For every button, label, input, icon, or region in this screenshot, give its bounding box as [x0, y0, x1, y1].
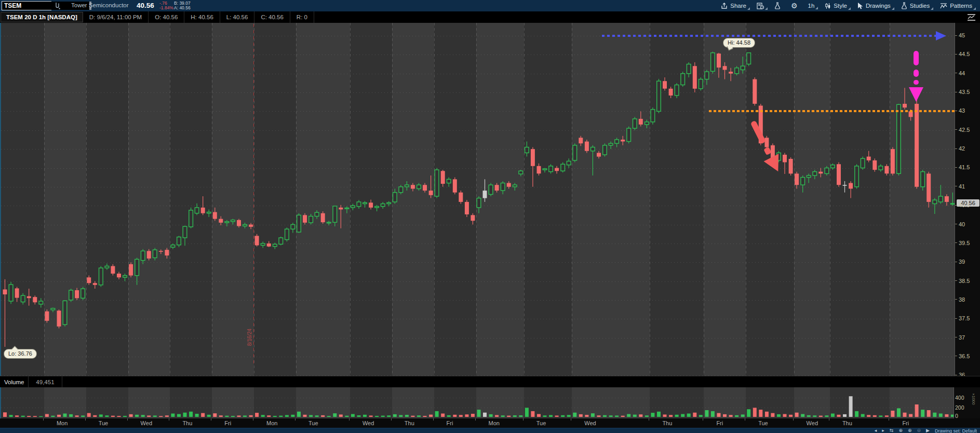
candle-plot[interactable]	[1, 23, 955, 376]
volume-bar	[111, 416, 115, 417]
price-axis-label: 42.5	[955, 127, 980, 133]
nav-left-icon[interactable]: ◂	[875, 428, 877, 433]
time-axis[interactable]: MonTueWedThuFriMonTueWedThuFriMonTueWedT…	[0, 418, 980, 428]
candles-layer	[1, 23, 955, 376]
resistance-line-45[interactable]	[602, 35, 937, 37]
volume-pane[interactable]	[0, 387, 954, 418]
day-stripe	[212, 387, 254, 418]
candle-body	[387, 202, 391, 204]
settings-button[interactable]: ⚙	[787, 1, 801, 10]
time-axis-day-label: Wed	[363, 420, 374, 426]
time-axis-day-label: Mon	[57, 420, 68, 426]
volume-gridline	[1, 408, 954, 408]
price-axis-label: 45	[955, 32, 980, 38]
candle-body	[837, 164, 841, 185]
time-axis-day-label: Thu	[842, 420, 852, 426]
volume-bar	[375, 416, 379, 417]
volume-bar	[537, 414, 541, 417]
price-pane[interactable]: 8/16/24 Hi: 44.58 Lo: 36.76 40.56 4544.5…	[0, 23, 980, 376]
candle-body	[411, 185, 415, 188]
volume-label[interactable]: Volume	[0, 376, 28, 387]
thinkorswim-chart-window: ▾ Tower Semiconductor 40.56 -.76 -1.84% …	[0, 0, 980, 433]
studies-button[interactable]: Studies	[897, 1, 933, 10]
status-bar: ◂ ▸ ⇆ ⊕ ⊕ ⊖ ▶ Drawing set: Default	[0, 428, 980, 433]
maximize-chart-icon[interactable]	[967, 11, 980, 23]
play-icon[interactable]: ▶	[926, 428, 930, 433]
candle-body	[525, 147, 529, 153]
candle-body	[315, 212, 319, 216]
candle-body	[339, 208, 343, 210]
volume-bar	[117, 416, 121, 417]
volume-bar	[783, 414, 787, 417]
magenta-arrow-head	[909, 87, 923, 102]
ask-value: A: 40.56	[174, 6, 191, 10]
candle-body	[909, 111, 913, 117]
crosshair-icon[interactable]: ⊕	[898, 428, 903, 433]
time-axis-day-label: Thu	[405, 420, 414, 426]
volume-bar	[567, 415, 571, 417]
candle-body	[105, 266, 109, 268]
candle-body	[405, 185, 409, 187]
share-button[interactable]: Share	[717, 2, 750, 10]
style-button[interactable]: Style	[821, 2, 851, 10]
support-line-43[interactable]	[709, 110, 955, 112]
candle-body	[789, 159, 793, 173]
volume-axis[interactable]: ×1000 4002000	[954, 387, 980, 418]
report-button[interactable]	[753, 2, 768, 10]
volume-bar	[279, 416, 283, 417]
candle-body	[447, 179, 451, 183]
nav-right-icon[interactable]: ▸	[882, 428, 884, 433]
candle-body	[285, 229, 289, 239]
time-axis-tick	[649, 418, 649, 421]
date-marker-line[interactable]	[253, 24, 254, 364]
candle-body	[915, 104, 919, 187]
price-axis[interactable]: 40.56 4544.54443.54342.54241.54140.54039…	[955, 23, 980, 376]
candle-body	[237, 220, 241, 226]
candle-body	[872, 160, 877, 170]
volume-bar	[525, 408, 529, 417]
candle-body	[165, 250, 169, 255]
candle-body	[135, 259, 139, 275]
price-axis-label: 36.5	[955, 353, 980, 359]
magenta-arrow-segment[interactable]	[914, 51, 919, 65]
candle-body	[435, 170, 439, 196]
patterns-button[interactable]: Patterns	[936, 2, 976, 10]
volume-bar	[123, 416, 127, 417]
zoom-out-icon[interactable]: ⊖	[917, 428, 921, 433]
drawings-button[interactable]: Drawings	[854, 2, 894, 10]
volume-bar	[105, 415, 109, 417]
candle-body	[303, 215, 307, 223]
candle-body	[417, 185, 421, 188]
analyze-button[interactable]	[771, 1, 784, 10]
volume-bar	[879, 415, 882, 417]
chart-title-chip[interactable]: TSEM 20 D 1h [NASDAQ]	[1, 12, 83, 22]
price-axis-label: 41	[955, 183, 980, 190]
date-marker-label: 8/16/24	[247, 329, 252, 346]
candle-body	[441, 171, 445, 184]
time-axis-tick	[889, 418, 889, 421]
magenta-arrow-dash	[914, 70, 919, 77]
candle-body	[818, 172, 823, 174]
volume-bar	[39, 416, 43, 417]
interval-button[interactable]: 1h	[804, 2, 818, 10]
volume-bar	[255, 413, 259, 417]
volume-bar	[543, 415, 547, 417]
volume-bar	[177, 414, 181, 417]
volume-bar	[771, 413, 774, 417]
day-stripe	[704, 387, 746, 418]
price-axis-label: 37.5	[955, 315, 980, 321]
candle-body	[603, 145, 607, 155]
zoom-in-icon[interactable]: ⊕	[908, 428, 912, 433]
pan-icon[interactable]: ⇆	[890, 428, 894, 433]
candle-body	[795, 173, 799, 185]
drawing-set-label[interactable]: Drawing set: Default	[935, 428, 977, 433]
candle-body	[177, 237, 181, 245]
flask-icon	[774, 2, 781, 9]
candle-body	[63, 301, 67, 324]
volume-bar	[285, 415, 289, 417]
volume-header: Volume 49,451	[0, 376, 980, 387]
time-axis-tick	[85, 418, 86, 421]
link-charts-icon[interactable]	[54, 2, 61, 10]
candle-body	[783, 155, 787, 163]
price-change: -.76 -1.84%	[159, 1, 173, 10]
